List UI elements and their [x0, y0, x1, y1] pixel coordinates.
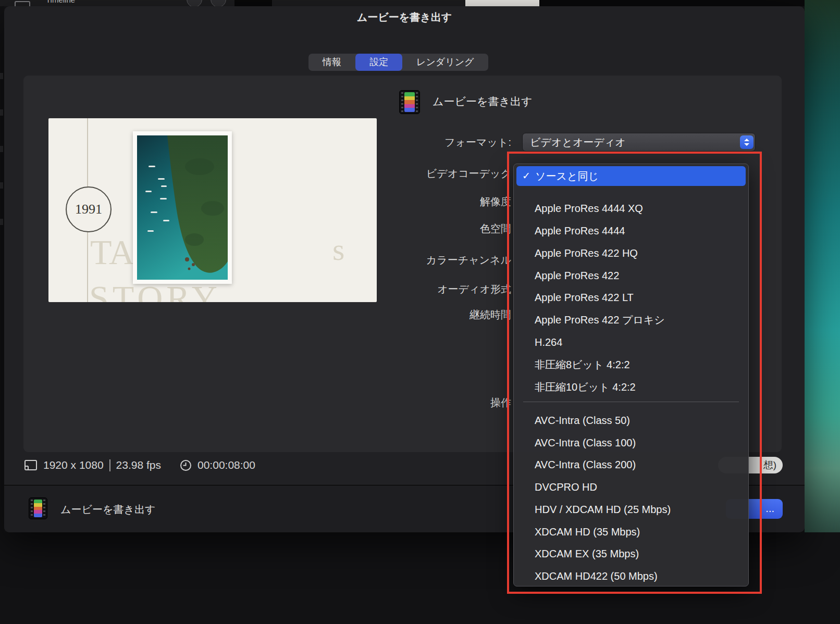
- frame-size-icon: [24, 459, 38, 471]
- menu-item-dvcpro-hd[interactable]: DVCPRO HD: [514, 476, 748, 498]
- color-channels-label: カラーチャンネル: [365, 253, 511, 267]
- timeline-label: Timeline: [46, 0, 75, 4]
- video-codec-label: ビデオコーデック: [365, 167, 511, 181]
- preview-photo: [133, 131, 232, 284]
- export-header-label: ムービーを書き出す: [433, 94, 532, 109]
- menu-item-avc-intra-50[interactable]: AVC-Intra (Class 50): [514, 409, 748, 431]
- dialog-tab-bar: 情報 設定 レンダリング: [308, 54, 488, 71]
- menu-item-xdcam-hd422-50[interactable]: XDCAM HD422 (50 Mbps): [514, 565, 748, 586]
- menu-item-uncompressed-8bit[interactable]: 非圧縮8ビット 4:2:2: [514, 354, 748, 376]
- audio-format-label: オーディオ形式: [365, 282, 511, 296]
- menu-item-avc-intra-200[interactable]: AVC-Intra (Class 200): [514, 454, 748, 476]
- menu-item-h264[interactable]: H.264: [514, 331, 748, 353]
- timecode-value: 00:00:08:00: [197, 459, 255, 471]
- resolution-value: 1920 x 1080: [43, 459, 104, 471]
- dialog-title: ムービーを書き出す: [4, 10, 805, 24]
- up-down-chevrons-icon: [744, 138, 750, 146]
- format-stepper[interactable]: [740, 135, 753, 149]
- toolbar-badge-icon: [187, 0, 202, 6]
- checkmark-icon: ✓: [522, 166, 530, 186]
- background-top-strip: Timeline: [0, 0, 840, 6]
- preview-ghost-text: TA: [90, 232, 134, 273]
- viewer-fragment: [465, 0, 539, 6]
- clip-info-bar: 1920 x 1080 23.98 fps 00:00:08:00: [24, 458, 255, 472]
- duration-label: 継続時間: [365, 308, 511, 322]
- tab-info[interactable]: 情報: [308, 54, 355, 71]
- track-edge-mark: [0, 146, 3, 152]
- fps-value: 23.98 fps: [116, 459, 161, 471]
- menu-item-prores-4444[interactable]: Apple ProRes 4444: [514, 220, 748, 242]
- export-preview: TA s STORY 1991: [48, 118, 377, 302]
- menu-item-uncompressed-10bit[interactable]: 非圧縮10ビット 4:2:2: [514, 376, 748, 398]
- menu-separator: [523, 402, 739, 402]
- tab-settings[interactable]: 設定: [355, 54, 402, 71]
- format-select[interactable]: ビデオとオーディオ: [522, 133, 756, 152]
- timeline-left-edge: [0, 6, 4, 532]
- tab-rendering[interactable]: レンダリング: [402, 54, 488, 71]
- color-space-label: 色空間: [365, 222, 511, 236]
- window-icon: [15, 1, 30, 6]
- menu-item-prores-422[interactable]: Apple ProRes 422: [514, 265, 748, 286]
- format-label: フォーマット:: [365, 135, 511, 149]
- menu-item-prores-422-hq[interactable]: Apple ProRes 422 HQ: [514, 242, 748, 264]
- background-tab: [234, 0, 272, 6]
- format-select-value: ビデオとオーディオ: [530, 136, 626, 148]
- screen: Timeline ⚙: [0, 0, 840, 624]
- info-divider: [109, 459, 110, 471]
- menu-item-label: ソースと同じ: [535, 170, 599, 182]
- track-edge-mark: [0, 73, 3, 79]
- menu-item-hdv-xdcam-25[interactable]: HDV / XDCAM HD (25 Mbps): [514, 498, 748, 520]
- menu-item-xdcam-hd-35[interactable]: XDCAM HD (35 Mbps): [514, 521, 748, 543]
- menu-item-same-as-source[interactable]: ✓ ソースと同じ: [516, 166, 746, 186]
- movie-file-icon: [29, 497, 47, 519]
- resolution-label: 解像度: [365, 195, 511, 209]
- menu-item-avc-intra-100[interactable]: AVC-Intra (Class 100): [514, 432, 748, 454]
- track-edge-mark: [0, 219, 3, 225]
- viewer-photo-strip: [805, 0, 840, 532]
- menu-item-prores-422-proxy[interactable]: Apple ProRes 422 プロキシ: [514, 309, 748, 331]
- toolbar-badge-icon: [211, 0, 226, 6]
- preview-year-badge: 1991: [66, 186, 112, 232]
- track-edge-mark: [0, 109, 3, 116]
- track-edge-mark: [0, 182, 3, 189]
- movie-file-icon: [399, 90, 420, 114]
- video-codec-menu: ✓ ソースと同じ Apple ProRes 4444 XQ Apple ProR…: [513, 164, 749, 586]
- footer-export-label: ムービーを書き出す: [60, 503, 155, 517]
- menu-item-xdcam-ex-35[interactable]: XDCAM EX (35 Mbps): [514, 543, 748, 565]
- action-label: 操作: [365, 396, 511, 410]
- preview-ghost-text: s: [332, 232, 344, 268]
- menu-item-prores-4444-xq[interactable]: Apple ProRes 4444 XQ: [514, 197, 748, 219]
- clock-icon: [180, 459, 192, 471]
- menu-item-prores-422-lt[interactable]: Apple ProRes 422 LT: [514, 286, 748, 308]
- background-chrome: [539, 0, 805, 6]
